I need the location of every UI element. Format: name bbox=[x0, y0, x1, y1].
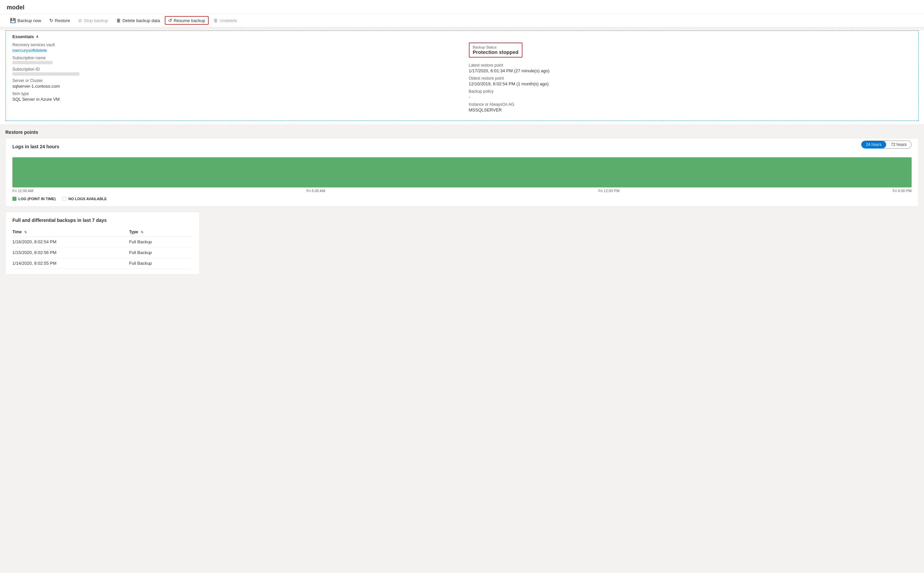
backups-data-table: Time ⇅ Type ⇅ 1/16/2020, 8:02:54 PM Full… bbox=[13, 228, 193, 269]
col-type-header: Type ⇅ bbox=[129, 228, 193, 236]
time-24h-button[interactable]: 24 hours bbox=[861, 141, 886, 148]
field-value-recovery-vault[interactable]: mercurysoftdelete bbox=[13, 48, 47, 53]
axis-label-2: Fri 12:00 PM bbox=[598, 189, 620, 193]
restore-icon: ↺ bbox=[49, 18, 53, 23]
field-label-oldest-restore: Oldest restore point bbox=[469, 76, 912, 81]
undelete-icon: 🗑 bbox=[213, 18, 218, 23]
delete-icon: 🗑 bbox=[116, 18, 121, 23]
axis-label-1: Fri 6:00 AM bbox=[306, 189, 325, 193]
field-label-item-type: Item type bbox=[13, 91, 449, 96]
resume-icon: ↺ bbox=[168, 18, 172, 23]
delete-backup-data-button[interactable]: 🗑 Delete backup data bbox=[113, 16, 163, 25]
col-type-label: Type bbox=[129, 230, 138, 234]
log-chart bbox=[13, 157, 911, 188]
main-content: Essentials ∧ Recovery services vault mer… bbox=[0, 30, 924, 280]
field-instance: Instance or AlwaysOn AG MSSQLSERVER bbox=[469, 102, 912, 113]
field-value-server-cluster: sqlserver-1.contoso.com bbox=[13, 84, 449, 89]
essentials-header: Essentials ∧ bbox=[13, 34, 911, 39]
backups-table-card: Full and differential backups in last 7 … bbox=[5, 212, 199, 274]
field-value-subscription-id-bar bbox=[13, 72, 79, 76]
table-row: 1/16/2020, 8:02:54 PM Full Backup bbox=[13, 236, 193, 247]
row-1-time: 1/15/2020, 8:02:56 PM bbox=[13, 247, 129, 258]
field-value-backup-policy: - bbox=[469, 94, 912, 99]
undelete-button[interactable]: 🗑 Undelete bbox=[210, 16, 240, 25]
legend-item-log: LOG (POINT IN TIME) bbox=[13, 197, 56, 201]
undelete-label: Undelete bbox=[220, 18, 237, 23]
chart-axis: Fri 12:00 AM Fri 6:00 AM Fri 12:00 PM Fr… bbox=[13, 189, 911, 193]
field-server-cluster: Server or Cluster sqlserver-1.contoso.co… bbox=[13, 78, 449, 89]
restore-button[interactable]: ↺ Restore bbox=[46, 16, 74, 25]
legend-label-no-logs: NO LOGS AVAILABLE bbox=[68, 197, 107, 201]
field-item-type: Item type SQL Server in Azure VM bbox=[13, 91, 449, 102]
stop-backup-label: Stop backup bbox=[84, 18, 108, 23]
field-label-recovery-vault: Recovery services vault bbox=[13, 42, 449, 47]
sort-type-icon[interactable]: ⇅ bbox=[141, 230, 143, 234]
essentials-section: Essentials ∧ Recovery services vault mer… bbox=[5, 30, 919, 121]
table-row: 1/14/2020, 8:02:55 PM Full Backup bbox=[13, 258, 193, 269]
page-title: model bbox=[0, 0, 924, 14]
field-recovery-vault: Recovery services vault mercurysoftdelet… bbox=[13, 42, 449, 53]
col-time-label: Time bbox=[13, 230, 22, 234]
row-2-time: 1/14/2020, 8:02:55 PM bbox=[13, 258, 129, 269]
field-label-subscription-name: Subscription name bbox=[13, 56, 449, 60]
field-label-instance: Instance or AlwaysOn AG bbox=[469, 102, 912, 107]
time-72h-button[interactable]: 72 hours bbox=[886, 141, 911, 148]
field-label-backup-policy: Backup policy bbox=[469, 89, 912, 94]
axis-label-3: Fri 6:00 PM bbox=[893, 189, 911, 193]
essentials-right: Backup Status Protection stopped Latest … bbox=[462, 42, 912, 115]
field-backup-policy: Backup policy - bbox=[469, 89, 912, 99]
field-value-subscription-name-bar bbox=[13, 61, 53, 64]
table-row: 1/15/2020, 8:02:56 PM Full Backup bbox=[13, 247, 193, 258]
backup-now-icon: 💾 bbox=[10, 18, 16, 23]
backup-status-box: Backup Status Protection stopped bbox=[469, 42, 523, 58]
row-0-time: 1/16/2020, 8:02:54 PM bbox=[13, 236, 129, 247]
field-value-item-type: SQL Server in Azure VM bbox=[13, 97, 449, 102]
stop-backup-icon: ⊘ bbox=[78, 18, 82, 23]
sort-time-icon[interactable]: ⇅ bbox=[24, 230, 27, 234]
col-time-header: Time ⇅ bbox=[13, 228, 129, 236]
legend-label-log: LOG (POINT IN TIME) bbox=[19, 197, 56, 201]
backup-now-button[interactable]: 💾 Backup now bbox=[7, 16, 44, 25]
field-label-latest-restore: Latest restore point bbox=[469, 63, 912, 67]
stop-backup-button[interactable]: ⊘ Stop backup bbox=[75, 16, 111, 25]
restore-points-card: Logs in last 24 hours 24 hours 72 hours … bbox=[5, 138, 919, 207]
row-1-type: Full Backup bbox=[129, 247, 193, 258]
field-label-subscription-id: Subscription ID bbox=[13, 67, 449, 72]
legend-item-no-logs: NO LOGS AVAILABLE bbox=[62, 197, 107, 201]
field-value-oldest-restore: 12/10/2019, 8:02:54 PM (1 month(s) ago) bbox=[469, 81, 912, 86]
essentials-title: Essentials bbox=[13, 34, 34, 39]
backup-status-value: Protection stopped bbox=[473, 49, 519, 55]
legend-dot-white bbox=[62, 197, 66, 201]
field-latest-restore: Latest restore point 1/17/2020, 6:01:34 … bbox=[469, 63, 912, 73]
time-toggle: 24 hours 72 hours bbox=[861, 141, 911, 149]
backup-status-label: Backup Status bbox=[473, 45, 519, 49]
field-value-latest-restore: 1/17/2020, 6:01:34 PM (27 minute(s) ago) bbox=[469, 68, 912, 73]
legend-dot-green bbox=[13, 197, 16, 201]
field-oldest-restore: Oldest restore point 12/10/2019, 8:02:54… bbox=[469, 76, 912, 86]
row-2-type: Full Backup bbox=[129, 258, 193, 269]
restore-points-title: Restore points bbox=[5, 130, 919, 135]
gray-section: Restore points Logs in last 24 hours 24 … bbox=[0, 124, 924, 280]
backups-table-title: Full and differential backups in last 7 … bbox=[13, 218, 193, 223]
row-0-type: Full Backup bbox=[129, 236, 193, 247]
toolbar: 💾 Backup now ↺ Restore ⊘ Stop backup 🗑 D… bbox=[0, 14, 924, 27]
field-subscription-id: Subscription ID bbox=[13, 67, 449, 76]
essentials-left: Recovery services vault mercurysoftdelet… bbox=[13, 42, 462, 115]
field-value-instance: MSSQLSERVER bbox=[469, 108, 912, 113]
resume-backup-button[interactable]: ↺ Resume backup bbox=[165, 16, 209, 25]
delete-backup-data-label: Delete backup data bbox=[122, 18, 160, 23]
backup-now-label: Backup now bbox=[17, 18, 41, 23]
chart-legend: LOG (POINT IN TIME) NO LOGS AVAILABLE bbox=[13, 197, 911, 201]
field-label-server-cluster: Server or Cluster bbox=[13, 78, 449, 83]
restore-label: Restore bbox=[55, 18, 70, 23]
resume-backup-label: Resume backup bbox=[174, 18, 205, 23]
chart-section-title: Logs in last 24 hours bbox=[13, 144, 59, 149]
field-subscription-name: Subscription name bbox=[13, 56, 449, 64]
axis-label-0: Fri 12:00 AM bbox=[13, 189, 33, 193]
field-backup-status: Backup Status Protection stopped bbox=[469, 42, 912, 60]
chevron-up-icon: ∧ bbox=[36, 34, 39, 39]
